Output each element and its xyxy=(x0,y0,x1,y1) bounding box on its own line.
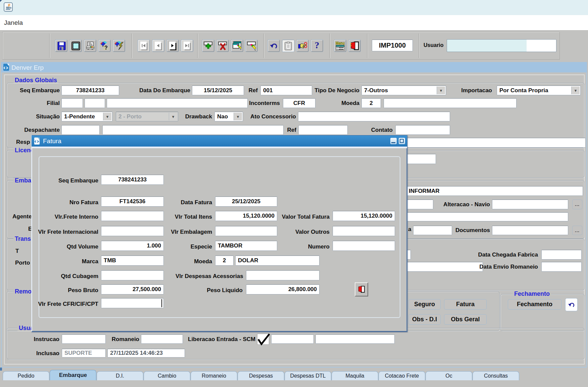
svg-text:?: ? xyxy=(104,45,108,51)
svg-text:Menu: Menu xyxy=(336,41,345,46)
